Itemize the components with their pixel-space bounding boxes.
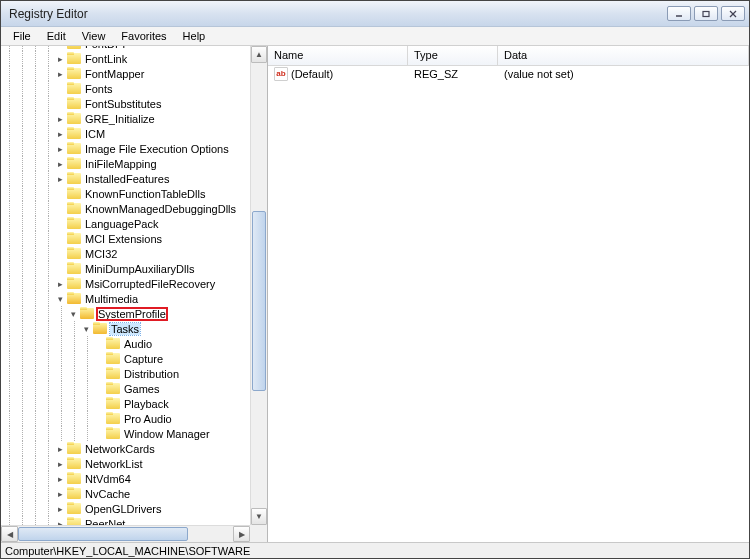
expand-icon[interactable]: ▸	[55, 459, 65, 469]
tree-node-label: MsiCorruptedFileRecovery	[84, 278, 216, 290]
hscroll-track[interactable]	[18, 526, 233, 542]
registry-tree[interactable]: ▸FontDPI▸FontLink▸FontMapper▸Fonts▸FontS…	[1, 46, 250, 525]
tree-node[interactable]: ▸GRE_Initialize	[1, 111, 237, 126]
hscroll-thumb[interactable]	[18, 527, 188, 541]
expand-icon[interactable]: ▸	[55, 444, 65, 454]
tree-node[interactable]: ▾Tasks	[1, 321, 237, 336]
tree-node[interactable]: ▸Distribution	[1, 366, 237, 381]
tree-node[interactable]: ▸NetworkList	[1, 456, 237, 471]
tree-node[interactable]: ▸KnownManagedDebuggingDlls	[1, 201, 237, 216]
tree-node-label: NetworkList	[84, 458, 143, 470]
tree-node[interactable]: ▸FontSubstitutes	[1, 96, 237, 111]
scroll-up-button[interactable]: ▲	[251, 46, 267, 63]
expand-icon[interactable]: ▸	[55, 144, 65, 154]
tree-node[interactable]: ▸MiniDumpAuxiliaryDlls	[1, 261, 237, 276]
minimize-button[interactable]	[667, 6, 691, 21]
column-type[interactable]: Type	[408, 46, 498, 65]
tree-node[interactable]: ▸LanguagePack	[1, 216, 237, 231]
tree-node[interactable]: ▾SystemProfile	[1, 306, 237, 321]
tree-vertical-scrollbar[interactable]: ▲ ▼	[250, 46, 267, 525]
collapse-icon[interactable]: ▾	[68, 309, 78, 319]
collapse-icon[interactable]: ▾	[81, 324, 91, 334]
scroll-right-button[interactable]: ▶	[233, 526, 250, 542]
folder-icon	[67, 202, 82, 215]
folder-icon	[80, 307, 95, 320]
tree-node-label: Image File Execution Options	[84, 143, 230, 155]
folder-icon	[67, 46, 82, 50]
tree-node[interactable]: ▸MCI Extensions	[1, 231, 237, 246]
tree-node[interactable]: ▸Games	[1, 381, 237, 396]
expand-icon[interactable]: ▸	[55, 129, 65, 139]
expand-icon[interactable]: ▸	[55, 114, 65, 124]
expand-icon[interactable]: ▸	[55, 489, 65, 499]
tree-horizontal-scrollbar[interactable]: ◀ ▶	[1, 525, 250, 542]
tree-node[interactable]: ▸Playback	[1, 396, 237, 411]
tree-node-label: Tasks	[110, 323, 140, 335]
value-data: (value not set)	[498, 68, 749, 80]
column-name[interactable]: Name	[268, 46, 408, 65]
tree-node[interactable]: ▾Multimedia	[1, 291, 237, 306]
tree-node[interactable]: ▸NtVdm64	[1, 471, 237, 486]
menu-view[interactable]: View	[74, 28, 114, 44]
expand-icon[interactable]: ▸	[55, 69, 65, 79]
scroll-thumb[interactable]	[252, 211, 266, 391]
folder-icon	[67, 247, 82, 260]
list-header[interactable]: Name Type Data	[268, 46, 749, 66]
tree-node-label: InstalledFeatures	[84, 173, 170, 185]
tree-node-label: KnownManagedDebuggingDlls	[84, 203, 237, 215]
folder-icon	[67, 517, 82, 525]
folder-icon	[106, 397, 121, 410]
tree-node[interactable]: ▸PeerNet	[1, 516, 237, 525]
expand-icon[interactable]: ▸	[55, 54, 65, 64]
close-button[interactable]	[721, 6, 745, 21]
tree-node[interactable]: ▸Audio	[1, 336, 237, 351]
folder-icon	[67, 472, 82, 485]
string-value-icon: ab	[274, 67, 288, 81]
scroll-track[interactable]	[251, 63, 267, 508]
values-list[interactable]: ab (Default) REG_SZ (value not set)	[268, 66, 749, 542]
tree-node[interactable]: ▸KnownFunctionTableDlls	[1, 186, 237, 201]
expand-icon[interactable]: ▸	[55, 174, 65, 184]
menu-help[interactable]: Help	[175, 28, 214, 44]
tree-node[interactable]: ▸ICM	[1, 126, 237, 141]
maximize-button[interactable]	[694, 6, 718, 21]
tree-node[interactable]: ▸IniFileMapping	[1, 156, 237, 171]
tree-node[interactable]: ▸MsiCorruptedFileRecovery	[1, 276, 237, 291]
tree-node[interactable]: ▸InstalledFeatures	[1, 171, 237, 186]
folder-icon	[106, 337, 121, 350]
tree-node[interactable]: ▸Capture	[1, 351, 237, 366]
tree-node-label: Fonts	[84, 83, 114, 95]
menu-file[interactable]: File	[5, 28, 39, 44]
svg-rect-1	[703, 11, 709, 16]
folder-icon	[106, 427, 121, 440]
scroll-left-button[interactable]: ◀	[1, 526, 18, 542]
expand-icon[interactable]: ▸	[55, 159, 65, 169]
tree-node[interactable]: ▸MCI32	[1, 246, 237, 261]
tree-node[interactable]: ▸NetworkCards	[1, 441, 237, 456]
tree-node-label: Playback	[123, 398, 170, 410]
folder-icon	[67, 67, 82, 80]
tree-node[interactable]: ▸NvCache	[1, 486, 237, 501]
menu-edit[interactable]: Edit	[39, 28, 74, 44]
tree-node-label: OpenGLDrivers	[84, 503, 162, 515]
column-data[interactable]: Data	[498, 46, 749, 65]
title-bar: Registry Editor	[1, 1, 749, 27]
tree-node[interactable]: ▸Window Manager	[1, 426, 237, 441]
list-item[interactable]: ab (Default) REG_SZ (value not set)	[268, 66, 749, 82]
tree-node[interactable]: ▸OpenGLDrivers	[1, 501, 237, 516]
value-type: REG_SZ	[408, 68, 498, 80]
expand-icon[interactable]: ▸	[55, 474, 65, 484]
folder-icon	[67, 157, 82, 170]
expand-icon[interactable]: ▸	[55, 504, 65, 514]
tree-node[interactable]: ▸Fonts	[1, 81, 237, 96]
collapse-icon[interactable]: ▾	[55, 294, 65, 304]
expand-icon[interactable]: ▸	[55, 279, 65, 289]
tree-node[interactable]: ▸Pro Audio	[1, 411, 237, 426]
tree-node[interactable]: ▸FontLink	[1, 51, 237, 66]
folder-icon	[67, 217, 82, 230]
tree-node[interactable]: ▸FontMapper	[1, 66, 237, 81]
folder-icon	[67, 277, 82, 290]
scroll-down-button[interactable]: ▼	[251, 508, 267, 525]
tree-node[interactable]: ▸Image File Execution Options	[1, 141, 237, 156]
menu-favorites[interactable]: Favorites	[113, 28, 174, 44]
